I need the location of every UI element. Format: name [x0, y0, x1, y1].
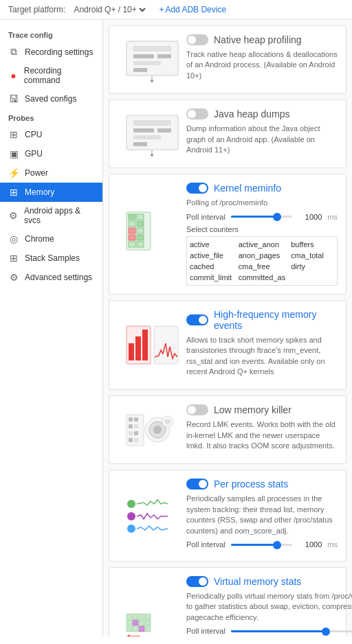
svg-rect-40 [134, 438, 138, 442]
kernel-meminfo-toggle[interactable] [186, 183, 208, 194]
vms-image [118, 576, 186, 636]
svg-rect-24 [137, 235, 144, 240]
sidebar-item-power[interactable]: ⚡ Power [0, 163, 102, 183]
pps-card: Per process stats Periodically samples a… [109, 470, 346, 562]
svg-rect-49 [126, 614, 132, 619]
svg-rect-35 [129, 424, 133, 428]
svg-rect-52 [145, 614, 151, 619]
pps-poll-label: Poll interval [186, 540, 226, 549]
svg-rect-3 [157, 54, 171, 58]
target-select[interactable]: Android Q+ / 10+ [71, 4, 148, 15]
high-freq-details: High-frequency memory events Allows to t… [186, 309, 338, 382]
top-bar: Target platform: Android Q+ / 10+ + Add … [0, 0, 352, 20]
kernel-poll-value: 1000 [298, 213, 322, 221]
native-heap-title[interactable]: Native heap profiling [214, 34, 302, 45]
lmk-title[interactable]: Low memory killer [214, 404, 292, 415]
svg-rect-2 [133, 54, 154, 58]
pps-poll-value: 1000 [298, 540, 322, 549]
kernel-meminfo-card: Kernel meminfo Polling of /proc/meminfo … [109, 174, 346, 294]
probes-label: Probes [0, 108, 102, 125]
kernel-counters-grid[interactable]: active active_anon buffers active_file a… [186, 236, 338, 286]
counter-active: active [190, 240, 233, 249]
stack-icon: ⊞ [8, 253, 19, 264]
sidebar-item-recording-settings[interactable]: ⧉ Recording settings [0, 42, 102, 62]
kernel-counters: Select counters active active_anon buffe… [186, 225, 338, 286]
svg-marker-62 [126, 634, 130, 636]
memory-icon: ⊞ [8, 187, 19, 198]
counter-dirty: dirty [291, 262, 334, 271]
svg-rect-22 [137, 228, 144, 233]
svg-rect-18 [137, 214, 144, 220]
java-heap-desc: Dump information about the Java object g… [186, 124, 338, 155]
lmk-toggle[interactable] [186, 404, 208, 415]
svg-rect-51 [139, 614, 144, 619]
pps-details: Per process stats Periodically samples a… [186, 479, 338, 553]
sidebar-item-advanced-settings[interactable]: ⚙ Advanced settings [0, 268, 102, 287]
svg-rect-55 [139, 620, 144, 625]
sidebar-label: GPU [25, 149, 43, 159]
sidebar-item-gpu[interactable]: ▣ GPU [0, 144, 102, 163]
svg-point-46 [127, 500, 135, 508]
kernel-meminfo-image [118, 183, 186, 285]
sidebar-item-stack-samples[interactable]: ⊞ Stack Samples [0, 249, 102, 268]
sidebar-item-cpu[interactable]: ⊞ CPU [0, 125, 102, 144]
chrome-icon: ◎ [8, 233, 19, 244]
sidebar: Trace config ⧉ Recording settings ● Reco… [0, 20, 103, 636]
vms-poll-interval: Poll interval 1000 ms [186, 627, 352, 635]
svg-rect-23 [129, 235, 135, 240]
sidebar-item-chrome[interactable]: ◎ Chrome [0, 229, 102, 249]
svg-rect-57 [126, 626, 132, 632]
vms-desc: Periodically polls virtual memory stats … [186, 591, 352, 623]
sidebar-item-memory[interactable]: ⊞ Memory [0, 183, 102, 202]
pps-title[interactable]: Per process stats [214, 479, 288, 490]
java-heap-toggle[interactable] [186, 108, 208, 119]
svg-rect-5 [133, 68, 147, 72]
android-icon: ⚙ [8, 210, 19, 221]
high-freq-title[interactable]: High-frequency memory events [214, 309, 338, 331]
sidebar-label: Saved configs [25, 94, 76, 104]
svg-rect-11 [157, 128, 171, 133]
vms-card: Virtual memory stats Periodically polls … [109, 567, 346, 636]
svg-rect-37 [129, 431, 133, 435]
kernel-meminfo-title[interactable]: Kernel meminfo [214, 183, 281, 194]
counter-buffers: buffers [291, 240, 334, 249]
svg-rect-53 [126, 620, 132, 625]
sidebar-label: Recording settings [25, 47, 93, 57]
vms-poll-label: Poll interval [186, 627, 226, 635]
counter-empty [291, 273, 334, 282]
svg-rect-38 [134, 431, 138, 435]
svg-rect-39 [129, 438, 133, 442]
svg-rect-12 [133, 135, 161, 139]
sidebar-label: Android apps & svcs [24, 206, 94, 225]
kernel-poll-interval: Poll interval 1000 ms [186, 213, 338, 221]
save-icon: 🖫 [8, 93, 19, 104]
svg-rect-28 [129, 343, 134, 360]
svg-rect-17 [129, 214, 135, 220]
sidebar-label: Recording command [24, 66, 94, 85]
sidebar-item-recording-command[interactable]: ● Recording command [0, 62, 102, 89]
lmk-card: Low memory killer Record LMK events. Wor… [109, 395, 346, 464]
native-heap-toggle[interactable] [186, 34, 208, 45]
svg-point-15 [151, 154, 153, 157]
add-device-button[interactable]: + Add ADB Device [159, 5, 226, 14]
lmk-details: Low memory killer Record LMK events. Wor… [186, 404, 338, 455]
native-heap-desc: Track native heap allocations & dealloca… [186, 49, 338, 81]
pps-poll-unit: ms [327, 540, 338, 549]
svg-rect-25 [129, 242, 135, 247]
circle-icon: ● [8, 70, 19, 81]
sidebar-item-saved-configs[interactable]: 🖫 Saved configs [0, 89, 102, 108]
svg-rect-10 [133, 128, 154, 133]
vms-toggle[interactable] [186, 576, 208, 587]
java-heap-title[interactable]: Java heap dumps [214, 108, 290, 119]
java-heap-card: Java heap dumps Dump information about t… [109, 100, 346, 168]
svg-rect-34 [134, 417, 138, 422]
pps-toggle[interactable] [186, 479, 208, 490]
high-freq-image [118, 309, 186, 382]
svg-rect-19 [129, 221, 135, 227]
high-freq-toggle[interactable] [186, 314, 208, 325]
sidebar-item-android-apps[interactable]: ⚙ Android apps & svcs [0, 202, 102, 229]
svg-point-43 [153, 426, 162, 434]
counter-committed-as: committed_as [239, 273, 285, 282]
vms-title[interactable]: Virtual memory stats [214, 576, 301, 587]
kernel-poll-unit: ms [327, 213, 338, 221]
